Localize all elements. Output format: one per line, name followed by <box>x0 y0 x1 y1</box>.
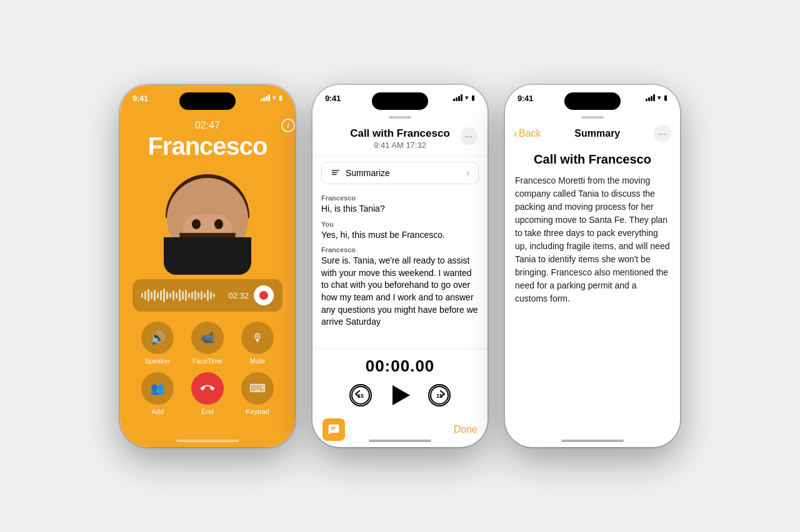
record-button[interactable] <box>254 285 274 305</box>
wifi-icon-3: ▾ <box>658 94 661 102</box>
transcript-header: Call with Francesco 9:41 AM 17:32 ··· <box>312 122 488 157</box>
speaker-label: Speaker <box>145 357 171 365</box>
transcript-app-icon[interactable] <box>322 418 345 441</box>
skip-forward-button[interactable]: 15 <box>428 384 451 406</box>
summary-body: Francesco Moretti from the moving compan… <box>515 174 670 305</box>
svg-rect-7 <box>331 428 334 430</box>
end-label: End <box>201 408 214 415</box>
back-button[interactable]: ‹ Back <box>514 127 541 140</box>
add-button[interactable]: 👥 Add <box>141 372 174 415</box>
signal-icon <box>261 94 270 101</box>
play-triangle-icon <box>392 385 410 405</box>
call-controls: 🔊 Speaker 📹 FaceTime 🎙 M <box>132 322 282 415</box>
wifi-icon-2: ▾ <box>465 94 469 102</box>
memoji-shirt <box>164 237 251 275</box>
battery-icon: ▮ <box>279 94 282 102</box>
mute-button[interactable]: 🎙 Mute <box>241 322 274 365</box>
speaker-circle: 🔊 <box>141 322 174 354</box>
status-icons-1: ▾ ▮ <box>261 94 282 102</box>
summarize-icon <box>331 168 341 178</box>
battery-icon-3: ▮ <box>664 94 668 102</box>
skip-back-icon: 15 <box>351 385 371 405</box>
back-chevron-icon: ‹ <box>514 127 518 140</box>
add-label: Add <box>151 408 164 415</box>
dynamic-island-3 <box>564 92 621 110</box>
done-button[interactable]: Done <box>454 424 478 435</box>
msg-text-1: Yes, hi, this must be Francesco. <box>321 229 479 242</box>
controls-row-1: 🔊 Speaker 📹 FaceTime 🎙 M <box>132 322 282 365</box>
status-time-1: 9:41 <box>132 94 148 103</box>
battery-icon-2: ▮ <box>471 94 475 102</box>
add-circle: 👥 <box>141 372 174 405</box>
pill-indicator-3 <box>581 116 604 119</box>
status-time-2: 9:41 <box>325 94 341 103</box>
status-time-3: 9:41 <box>518 94 533 103</box>
waveform-visual <box>141 288 223 303</box>
summarize-button[interactable]: Summarize › <box>321 162 479 184</box>
mute-label: Mute <box>250 357 265 365</box>
summary-screen: ‹ Back Summary ··· Call with Francesco F… <box>505 116 680 447</box>
back-label: Back <box>519 128 541 139</box>
svg-rect-1 <box>332 172 338 173</box>
skip-back-button[interactable]: 15 <box>349 384 372 406</box>
phone-summary: 9:41 ▾ ▮ ‹ Back Summary ··· <box>505 85 680 447</box>
keypad-circle: ⌨ <box>241 372 274 405</box>
playback-section: 00:00.00 15 <box>312 348 488 413</box>
summary-title: Call with Francesco <box>515 152 670 167</box>
keypad-label: Keypad <box>246 408 269 415</box>
msg-text-0: Hi, is this Tania? <box>321 203 479 215</box>
dynamic-island-2 <box>372 92 428 110</box>
call-timer: 02:47 <box>195 120 220 131</box>
status-icons-2: ▾ ▮ <box>453 94 475 102</box>
memoji-eye-right <box>214 219 223 229</box>
transcript-title: Call with Francesco <box>338 127 462 140</box>
call-screen: i 02:47 Francesco <box>120 116 295 447</box>
signal-icon-2 <box>453 94 462 101</box>
memoji-avatar <box>158 165 258 272</box>
status-icons-3: ▾ ▮ <box>646 94 668 102</box>
summary-more-button[interactable]: ··· <box>654 125 671 142</box>
phone-active-call: 9:41 ▾ ▮ i 02:47 Francesco <box>120 85 295 447</box>
summarize-chevron-icon: › <box>466 168 469 178</box>
wifi-icon: ▾ <box>272 94 276 102</box>
msg-sender-1: You <box>321 220 479 228</box>
more-options-button[interactable]: ··· <box>460 127 478 145</box>
svg-rect-2 <box>332 174 337 175</box>
end-circle <box>191 372 224 405</box>
summarize-label: Summarize <box>346 168 390 178</box>
facetime-button[interactable]: 📹 FaceTime <box>191 322 224 365</box>
info-icon[interactable]: i <box>281 119 295 132</box>
home-indicator-2 <box>369 440 431 442</box>
facetime-circle: 📹 <box>191 322 224 354</box>
end-button[interactable]: End <box>191 372 224 415</box>
summary-nav: ‹ Back Summary ··· <box>505 122 680 147</box>
msg-sender-2: Francesco <box>321 246 479 254</box>
summary-nav-title: Summary <box>574 128 620 139</box>
pill-indicator <box>389 116 411 119</box>
home-indicator-3 <box>561 440 624 442</box>
signal-icon-3 <box>646 94 655 101</box>
keypad-button[interactable]: ⌨ Keypad <box>241 372 274 415</box>
skip-forward-icon: 15 <box>429 385 449 405</box>
msg-text-2: Sure is. Tania, we're all ready to assis… <box>321 255 479 328</box>
summarize-left: Summarize <box>331 168 390 178</box>
message-bubble-icon <box>328 423 340 436</box>
waveform-bar: 02:32 <box>132 279 282 312</box>
svg-rect-8 <box>331 427 336 428</box>
message-group-1: You Yes, hi, this must be Francesco. <box>321 220 479 242</box>
phone-end-icon <box>201 382 214 395</box>
play-button[interactable] <box>387 382 413 408</box>
message-group-0: Francesco Hi, is this Tania? <box>321 194 479 215</box>
playback-time: 00:00.00 <box>366 357 435 376</box>
transcript-subtitle: 9:41 AM 17:32 <box>338 140 462 150</box>
msg-sender-0: Francesco <box>321 194 479 202</box>
home-indicator-1 <box>176 440 239 442</box>
transcript-screen: Call with Francesco 9:41 AM 17:32 ··· Su… <box>312 116 488 447</box>
waveform-time: 02:32 <box>228 291 249 300</box>
caller-name: Francesco <box>148 132 267 160</box>
controls-row-2: 👥 Add End ⌨ <box>132 372 282 415</box>
transcript-messages: Francesco Hi, is this Tania? You Yes, hi… <box>312 189 488 348</box>
facetime-label: FaceTime <box>192 357 223 365</box>
svg-rect-0 <box>332 170 340 171</box>
speaker-button[interactable]: 🔊 Speaker <box>141 322 174 365</box>
